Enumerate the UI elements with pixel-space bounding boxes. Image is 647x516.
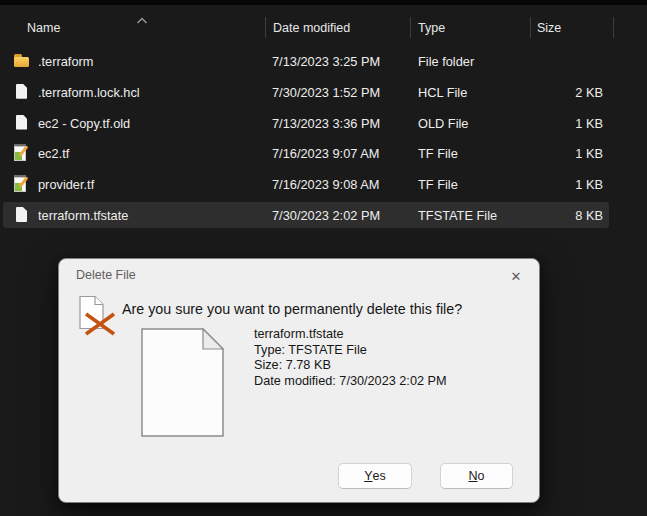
file-name: provider.tf: [38, 177, 94, 192]
yes-button[interactable]: Yes: [338, 463, 412, 489]
file-row[interactable]: .terraform 7/13/2023 3:25 PM File folder: [3, 48, 609, 74]
file-details: terraform.tfstate Type: TFSTATE File Siz…: [254, 327, 447, 389]
file-row-selected[interactable]: terraform.tfstate 7/30/2023 2:02 PM TFST…: [3, 202, 609, 228]
file-type: TF File: [418, 146, 458, 161]
column-divider[interactable]: [265, 17, 266, 38]
file-name: .terraform: [38, 54, 93, 69]
file-name: .terraform.lock.hcl: [38, 85, 140, 100]
column-header-name[interactable]: Name: [27, 21, 60, 35]
file-size: 1 KB: [483, 116, 603, 131]
yes-button-accesskey: Y: [364, 469, 372, 483]
file-icon: [14, 207, 30, 223]
file-icon: [14, 84, 30, 100]
tf-file-icon: [14, 175, 26, 192]
file-name: ec2 - Copy.tf.old: [38, 116, 130, 131]
file-row[interactable]: provider.tf 7/16/2023 9:08 AM TF File 1 …: [3, 171, 609, 197]
tf-file-icon: [14, 144, 26, 161]
column-divider[interactable]: [530, 17, 531, 38]
column-header-size[interactable]: Size: [537, 21, 561, 35]
file-row[interactable]: .terraform.lock.hcl 7/30/2023 1:52 PM HC…: [3, 79, 609, 105]
detail-file-type: Type: TFSTATE File: [254, 343, 447, 359]
file-size: 2 KB: [483, 85, 603, 100]
file-row[interactable]: ec2.tf 7/16/2023 9:07 AM TF File 1 KB: [3, 140, 609, 166]
file-preview-icon: [141, 328, 225, 442]
delete-file-dialog: Delete File ✕ Are you sure you want to p…: [58, 258, 540, 503]
file-list: .terraform 7/13/2023 3:25 PM File folder…: [3, 48, 609, 228]
file-size: 1 KB: [483, 177, 603, 192]
file-list-header: Name Date modified Type Size: [0, 12, 647, 42]
file-date-modified: 7/13/2023 3:25 PM: [272, 54, 380, 69]
file-date-modified: 7/16/2023 9:08 AM: [272, 177, 379, 192]
file-date-modified: 7/30/2023 2:02 PM: [272, 208, 380, 223]
file-name: terraform.tfstate: [38, 208, 128, 223]
no-button-accesskey: N: [469, 469, 478, 483]
yes-button-label: es: [373, 469, 386, 483]
file-type: TF File: [418, 177, 458, 192]
sort-ascending-icon: [136, 14, 148, 28]
file-size: 1 KB: [483, 146, 603, 161]
file-row[interactable]: ec2 - Copy.tf.old 7/13/2023 3:36 PM OLD …: [3, 110, 609, 136]
file-type: HCL File: [418, 85, 467, 100]
file-date-modified: 7/16/2023 9:07 AM: [272, 146, 379, 161]
column-divider[interactable]: [410, 17, 411, 38]
no-button-label: o: [478, 469, 485, 483]
dialog-title: Delete File: [76, 268, 136, 282]
file-date-modified: 7/13/2023 3:36 PM: [272, 116, 380, 131]
column-header-date-modified[interactable]: Date modified: [273, 21, 350, 35]
detail-date-modified: Date modified: 7/30/2023 2:02 PM: [254, 374, 447, 390]
close-icon[interactable]: ✕: [503, 264, 529, 288]
file-type: OLD File: [418, 116, 469, 131]
file-icon: [14, 115, 30, 131]
confirmation-question: Are you sure you want to permanently del…: [122, 301, 462, 317]
file-type: File folder: [418, 54, 474, 69]
detail-file-size: Size: 7.78 KB: [254, 358, 447, 374]
detail-file-name: terraform.tfstate: [254, 327, 447, 343]
column-divider[interactable]: [613, 17, 614, 38]
file-name: ec2.tf: [38, 146, 69, 161]
no-button[interactable]: No: [440, 463, 513, 489]
column-header-type[interactable]: Type: [418, 21, 445, 35]
dialog-button-row: Yes No: [59, 463, 539, 489]
window-top-edge: [0, 0, 647, 5]
file-date-modified: 7/30/2023 1:52 PM: [272, 85, 380, 100]
file-size: 8 KB: [483, 208, 603, 223]
folder-icon: [14, 53, 30, 69]
delete-file-icon: [77, 295, 119, 341]
